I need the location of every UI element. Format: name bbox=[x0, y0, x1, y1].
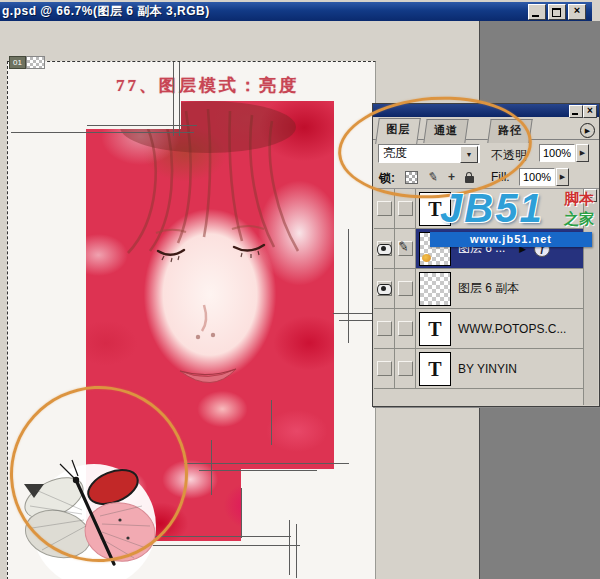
visibility-toggle[interactable] bbox=[374, 229, 395, 268]
layer-row[interactable]: 图层 6 副本 bbox=[374, 269, 584, 309]
link-toggle[interactable] bbox=[395, 269, 416, 308]
guide-line bbox=[199, 470, 317, 471]
guide-line bbox=[184, 463, 349, 464]
eye-icon[interactable] bbox=[377, 244, 392, 255]
minimize-button[interactable] bbox=[528, 4, 546, 20]
fill-slider-arrow-icon[interactable]: ▶ bbox=[556, 168, 569, 186]
layer-row[interactable]: T WWW.POTOPS.C... bbox=[374, 309, 584, 349]
layer-thumbnail[interactable] bbox=[419, 272, 451, 306]
tutorial-heading: 77、图层模式：亮度 bbox=[116, 74, 299, 97]
guide-line bbox=[11, 132, 194, 133]
eye-icon[interactable] bbox=[377, 284, 392, 295]
photoshop-document-window: g.psd @ 66.7%(图层 6 副本 3,RGB) × 01 77、图层模… bbox=[0, 0, 600, 579]
opacity-slider-arrow-icon[interactable]: ▶ bbox=[576, 144, 589, 162]
layer-thumbnail[interactable] bbox=[419, 232, 451, 266]
maximize-button[interactable] bbox=[548, 4, 566, 20]
guide-line bbox=[211, 440, 212, 495]
canvas-white-notch bbox=[241, 469, 334, 541]
transparency-badge-icon bbox=[26, 56, 45, 69]
visibility-toggle[interactable] bbox=[374, 309, 395, 348]
canvas-corner-badge: 01 bbox=[9, 56, 26, 69]
guide-line bbox=[289, 520, 290, 575]
layer-list: T ✎ 图层 6 ... ▶ f bbox=[374, 189, 584, 405]
opacity-value[interactable]: 100% bbox=[539, 144, 575, 162]
window-controls: × bbox=[528, 4, 586, 20]
guide-line bbox=[339, 320, 375, 321]
close-button[interactable]: × bbox=[568, 4, 586, 20]
text-layer-thumbnail[interactable]: T bbox=[419, 352, 451, 386]
layer-name: WWW.POTOPS.C... bbox=[458, 322, 566, 336]
layer-row-selected[interactable]: ✎ 图层 6 ... ▶ f bbox=[374, 229, 584, 269]
link-toggle[interactable] bbox=[395, 309, 416, 348]
layer-row[interactable]: T BY YINYIN bbox=[374, 349, 584, 389]
guide-line bbox=[241, 488, 242, 538]
document-title: g.psd @ 66.7%(图层 6 副本 3,RGB) bbox=[2, 3, 210, 20]
visibility-toggle[interactable] bbox=[374, 269, 395, 308]
guide-line bbox=[271, 400, 272, 445]
layer-effects-icon[interactable]: f bbox=[534, 241, 550, 257]
link-toggle[interactable]: ✎ bbox=[395, 229, 416, 268]
guide-line bbox=[333, 313, 375, 314]
scroll-up-icon[interactable]: ▲ bbox=[584, 189, 597, 202]
fill-value[interactable]: 100% bbox=[519, 168, 555, 186]
guide-line bbox=[348, 229, 349, 343]
text-layer-thumbnail[interactable]: T bbox=[419, 312, 451, 346]
palette-menu-icon[interactable]: ▶ bbox=[580, 123, 595, 138]
guide-line bbox=[296, 524, 297, 578]
document-titlebar[interactable]: g.psd @ 66.7%(图层 6 副本 3,RGB) × bbox=[0, 2, 592, 21]
guide-line bbox=[87, 125, 197, 126]
visibility-toggle[interactable] bbox=[374, 349, 395, 388]
layer-name: 图层 6 ... bbox=[458, 240, 505, 257]
layer-name: BY YINYIN bbox=[458, 362, 517, 376]
layer-list-scrollbar[interactable]: ▲ bbox=[583, 189, 598, 405]
layer-name: 图层 6 副本 bbox=[458, 280, 519, 297]
link-toggle[interactable] bbox=[395, 349, 416, 388]
effects-expand-icon[interactable]: ▶ bbox=[519, 244, 526, 254]
